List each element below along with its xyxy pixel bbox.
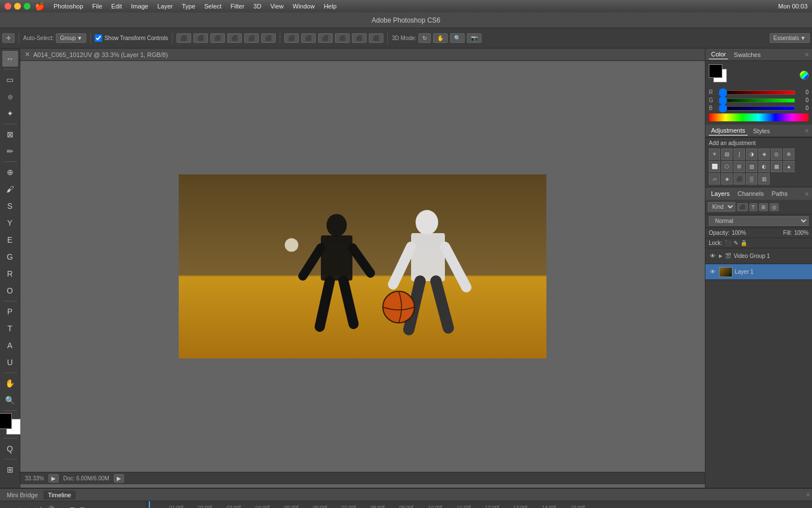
- group-select-dropdown[interactable]: Group ▼: [56, 33, 86, 43]
- dodge-tool[interactable]: O: [2, 283, 18, 299]
- dist-right[interactable]: ⬛: [369, 33, 383, 43]
- tab-channels[interactable]: Channels: [735, 189, 766, 198]
- 3d-pan[interactable]: ✋: [433, 33, 448, 43]
- hand-tool[interactable]: ✋: [2, 375, 18, 391]
- screen-mode[interactable]: ⊞: [2, 462, 18, 478]
- go-to-start-btn[interactable]: ⏮: [3, 505, 12, 509]
- tab-layers[interactable]: Layers: [709, 189, 732, 198]
- tab-mini-bridge[interactable]: Mini Bridge: [2, 491, 42, 500]
- layer-filter-btn2[interactable]: T: [749, 203, 757, 211]
- tab-color[interactable]: Color: [709, 50, 728, 59]
- solid-color-icon[interactable]: ⬛: [734, 173, 745, 185]
- layer-visibility-layer1[interactable]: 👁: [709, 268, 717, 276]
- align-left[interactable]: ⬛: [227, 33, 242, 43]
- step-forward-btn[interactable]: ▶|: [34, 505, 43, 509]
- crop-tool[interactable]: ⊠: [2, 126, 18, 142]
- spot-healing-tool[interactable]: ⊕: [2, 164, 18, 180]
- canvas-tab[interactable]: ✕ A014_C065_1012UV @ 33.3% (Layer 1, RGB…: [20, 49, 705, 61]
- tab-timeline[interactable]: Timeline: [43, 491, 76, 500]
- color-lookup-icon[interactable]: ▧: [746, 161, 757, 172]
- path-selection[interactable]: A: [2, 338, 18, 353]
- canvas-expand-btn[interactable]: ▶: [114, 474, 124, 483]
- gradient-tool[interactable]: G: [2, 249, 18, 265]
- green-slider[interactable]: [718, 98, 795, 103]
- menu-type[interactable]: Type: [179, 3, 197, 10]
- levels-icon[interactable]: ▤: [721, 148, 732, 160]
- menu-help[interactable]: Help: [321, 3, 339, 10]
- layer-filter-btn1[interactable]: ⬛: [737, 203, 748, 211]
- maximize-button[interactable]: [24, 3, 30, 10]
- blue-slider[interactable]: [718, 106, 795, 111]
- selective-color-icon[interactable]: ◈: [721, 173, 732, 185]
- pattern-fill-icon[interactable]: ▥: [758, 173, 770, 185]
- gradient-fill-icon[interactable]: ▒: [746, 173, 757, 185]
- exposure-icon[interactable]: ◑: [746, 148, 757, 160]
- clone-stamp[interactable]: S: [2, 198, 18, 214]
- quick-mask[interactable]: Q: [2, 441, 18, 457]
- clip-trim-btn[interactable]: ✂: [58, 505, 66, 509]
- layer-item-layer1[interactable]: 👁 Layer 1: [705, 264, 812, 280]
- lock-position-icon[interactable]: ✎: [734, 240, 738, 246]
- dist-bottom[interactable]: ⬛: [318, 33, 333, 43]
- close-tab-icon[interactable]: ✕: [25, 51, 30, 58]
- step-back-btn[interactable]: ◀: [15, 505, 22, 509]
- canvas-nav-btn[interactable]: ▶: [48, 474, 59, 483]
- zoom-tool[interactable]: 🔍: [2, 392, 18, 408]
- minimize-button[interactable]: [14, 3, 21, 10]
- apple-logo[interactable]: 🍎: [35, 2, 45, 11]
- eraser-tool[interactable]: E: [2, 232, 18, 248]
- color-wheel-icon[interactable]: [800, 71, 809, 80]
- tab-styles[interactable]: Styles: [751, 126, 773, 135]
- align-vert[interactable]: ⬛: [193, 33, 208, 43]
- transform-controls-checkbox[interactable]: [95, 34, 102, 42]
- posterize-icon[interactable]: ▦: [771, 161, 782, 172]
- invert-icon[interactable]: ◐: [758, 161, 770, 172]
- 3d-rotate[interactable]: ↻: [418, 33, 431, 43]
- blur-tool[interactable]: R: [2, 266, 18, 282]
- menu-layer[interactable]: Layer: [155, 3, 175, 10]
- play-btn[interactable]: ▶: [24, 505, 32, 509]
- timeline-playhead[interactable]: [149, 501, 150, 508]
- menu-image[interactable]: Image: [129, 3, 151, 10]
- wand-tool[interactable]: ✦: [2, 106, 18, 121]
- dist-left[interactable]: ⬛: [335, 33, 350, 43]
- menu-file[interactable]: File: [90, 3, 105, 10]
- dist-vert[interactable]: ⬛: [301, 33, 316, 43]
- layer-expand-arrow[interactable]: ▶: [719, 253, 722, 259]
- pen-tool[interactable]: P: [2, 304, 18, 319]
- dist-top[interactable]: ⬛: [284, 33, 299, 43]
- timeline-collapse-icon[interactable]: ≡: [806, 492, 810, 498]
- layer-item-video-group[interactable]: 👁 ▶ 🎬 Video Group 1: [705, 248, 812, 264]
- align-right[interactable]: ⬛: [261, 33, 276, 43]
- 3d-zoom[interactable]: 🔍: [450, 33, 465, 43]
- tab-paths[interactable]: Paths: [770, 189, 790, 198]
- audio-btn[interactable]: 🔊: [45, 505, 56, 509]
- adjustments-panel-menu-icon[interactable]: ≡: [805, 128, 809, 134]
- history-brush[interactable]: Y: [2, 215, 18, 231]
- lasso-tool[interactable]: ⌾: [2, 89, 18, 104]
- blend-mode-select[interactable]: Normal: [709, 216, 809, 226]
- red-slider[interactable]: [718, 90, 795, 95]
- close-button[interactable]: [5, 3, 11, 10]
- menu-window[interactable]: Window: [290, 3, 317, 10]
- layers-panel-menu-icon[interactable]: ≡: [805, 191, 809, 197]
- transition-btn[interactable]: ⊡: [68, 505, 76, 509]
- layer-filter-btn4[interactable]: ◎: [770, 203, 779, 211]
- curves-icon[interactable]: ∫: [734, 148, 745, 160]
- dist-center[interactable]: ⬛: [352, 33, 367, 43]
- threshold-icon[interactable]: ▲: [783, 161, 795, 172]
- shape-tool[interactable]: U: [2, 354, 18, 370]
- brightness-contrast-icon[interactable]: ☀: [709, 148, 720, 160]
- align-top[interactable]: ⬛: [176, 33, 191, 43]
- photo-filter-icon[interactable]: ⬡: [721, 161, 732, 172]
- lock-all-icon[interactable]: 🔒: [740, 240, 747, 246]
- layer-visibility-video-group[interactable]: 👁: [709, 252, 717, 260]
- foreground-color[interactable]: [0, 413, 12, 429]
- workspace-dropdown[interactable]: Essentials ▼: [770, 33, 810, 43]
- hue-saturation-icon[interactable]: ◎: [771, 148, 782, 160]
- color-spectrum-bar[interactable]: [709, 113, 809, 121]
- foreground-swatch[interactable]: [709, 64, 722, 78]
- lock-pixels-icon[interactable]: ⬛: [725, 240, 731, 246]
- tab-swatches[interactable]: Swatches: [731, 50, 763, 59]
- eyedropper-tool[interactable]: ✏: [2, 143, 18, 159]
